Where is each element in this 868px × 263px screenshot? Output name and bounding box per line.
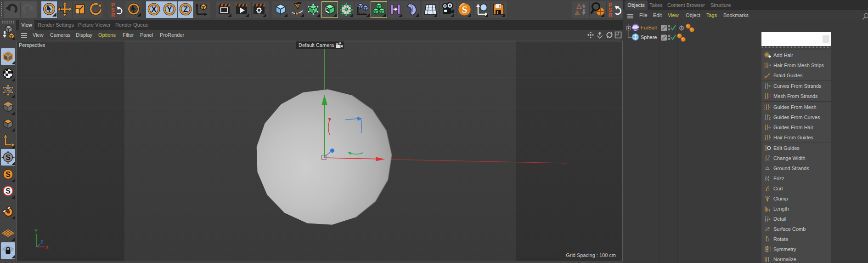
- svg-text:S: S: [462, 4, 468, 15]
- svg-text:Y: Y: [34, 229, 38, 234]
- svg-text:X: X: [151, 5, 156, 13]
- svg-text:Z: Z: [40, 240, 43, 245]
- svg-text:S: S: [6, 187, 11, 195]
- svg-text:Z: Z: [183, 5, 187, 13]
- svg-text:Sphere: Sphere: [641, 34, 657, 40]
- svg-text:X: X: [45, 245, 49, 250]
- svg-text:R: R: [609, 12, 613, 18]
- svg-text:Y: Y: [167, 5, 172, 13]
- svg-text:R: R: [111, 12, 115, 18]
- svg-text:FurBall: FurBall: [641, 25, 657, 30]
- svg-text:Default Camera: Default Camera: [299, 42, 334, 48]
- svg-text:S: S: [6, 171, 11, 178]
- svg-text:S: S: [6, 154, 11, 161]
